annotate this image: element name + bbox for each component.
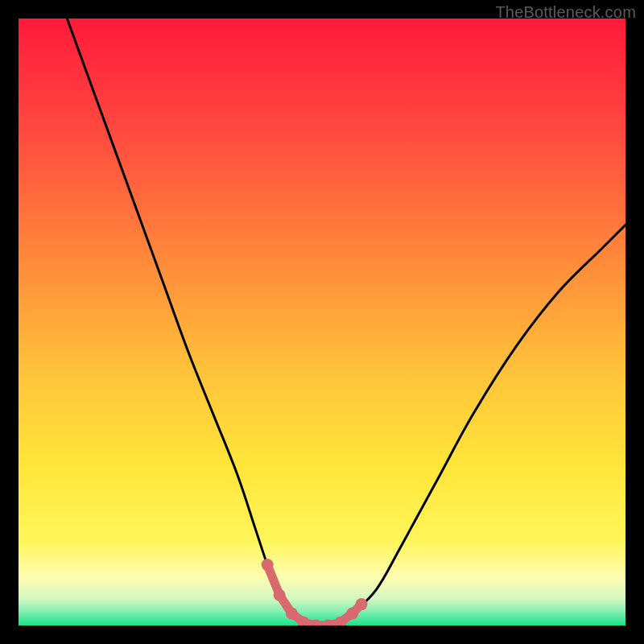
chart-svg: [19, 19, 625, 625]
marker-dot: [274, 589, 286, 601]
watermark-text: TheBottleneck.com: [495, 3, 636, 22]
marker-dot: [286, 607, 298, 619]
marker-dot: [356, 598, 368, 610]
marker-dot: [262, 559, 274, 571]
chart-plot-area: [19, 19, 625, 625]
marker-dot: [346, 607, 358, 619]
